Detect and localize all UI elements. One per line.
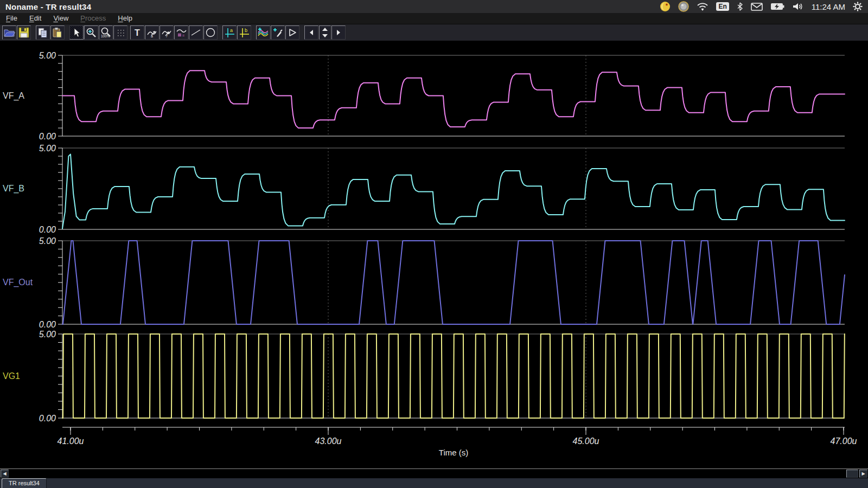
- export-curve-button[interactable]: a: [145, 25, 159, 40]
- grid-toggle-icon: [116, 28, 125, 37]
- run-button[interactable]: [285, 25, 299, 40]
- x-tick-label-43.00u: 43.00u: [315, 436, 342, 446]
- add-curves-button[interactable]: [256, 25, 270, 40]
- volume-icon[interactable]: [792, 1, 804, 12]
- step-left-button[interactable]: [304, 25, 318, 40]
- VF_A-channel-label: VF_A: [3, 91, 24, 101]
- axis-b-icon: b: [238, 27, 250, 38]
- curve-legend-button[interactable]: =: [174, 25, 188, 40]
- interval-spinner-button[interactable]: [319, 25, 331, 40]
- ellipse-tool-button[interactable]: [203, 25, 218, 40]
- waveform-plot[interactable]: 5.000.00VF_A5.000.00VF_B5.000.00VF_Out5.…: [0, 41, 868, 468]
- toolbar-separator: [31, 33, 36, 33]
- step-right-icon: [335, 29, 342, 36]
- zoom-in-icon: [86, 27, 97, 38]
- window-title: Noname - TR result34: [0, 2, 91, 11]
- diagram-canvas[interactable]: 5.000.00VF_A5.000.00VF_B5.000.00VF_Out5.…: [0, 41, 868, 468]
- text-tool-icon: T: [132, 28, 142, 37]
- zoom-in-button[interactable]: [84, 25, 98, 40]
- tab-tr-result34[interactable]: TR result34: [2, 478, 47, 488]
- svg-text:T: T: [135, 28, 140, 37]
- menu-help[interactable]: Help: [112, 13, 138, 24]
- scroll-left-button[interactable]: ◀: [1, 470, 9, 478]
- svg-text:100%: 100%: [101, 34, 110, 38]
- import-curve-button[interactable]: ?: [159, 25, 174, 40]
- step-right-button[interactable]: [331, 25, 346, 40]
- system-tray: En11:24 AM: [660, 0, 868, 13]
- x-tick-label-45.00u: 45.00u: [573, 436, 599, 446]
- VF_B-ymin-label: 0.00: [39, 225, 56, 234]
- open-file-icon: [3, 27, 15, 38]
- text-tool-button[interactable]: T: [130, 25, 144, 40]
- menu-file[interactable]: File: [0, 13, 23, 24]
- toolbar: 100%Ta?=ab: [0, 24, 868, 41]
- VF_A-curve: [62, 70, 845, 128]
- horizontal-scrollbar[interactable]: ◀ ▶: [0, 468, 868, 478]
- add-probe-icon: [272, 27, 283, 38]
- VF_B-ymax-label: 5.00: [39, 144, 56, 153]
- VG1-ymin-label: 0.00: [39, 414, 56, 423]
- bluetooth-icon[interactable]: [737, 1, 743, 12]
- add-curves-icon: [257, 27, 269, 38]
- menu-edit[interactable]: Edit: [23, 13, 47, 24]
- import-curve-icon: ?: [161, 27, 172, 38]
- toolbar-separator: [218, 33, 222, 33]
- app-sphere-icon[interactable]: [678, 1, 689, 12]
- scrollbar-thumb[interactable]: [846, 470, 858, 478]
- toolbar-separator: [65, 33, 69, 33]
- VF_Out-ymin-label: 0.00: [39, 320, 56, 329]
- app-yellow-icon[interactable]: [660, 1, 671, 12]
- open-file-button[interactable]: [2, 25, 16, 40]
- power-gear-icon[interactable]: [853, 1, 863, 12]
- battery-icon[interactable]: [770, 1, 784, 12]
- axis-a-button[interactable]: a: [222, 25, 237, 40]
- application-window: Noname - TR result34 En11:24 AM FileEdit…: [0, 0, 868, 488]
- menu-process[interactable]: Process: [74, 13, 112, 24]
- VF_B-curve: [62, 154, 845, 228]
- x-tick-label-47.00u: 47.00u: [831, 436, 857, 446]
- keyboard-layout-badge[interactable]: En: [716, 1, 729, 12]
- grid-toggle-button[interactable]: [113, 25, 127, 40]
- export-curve-icon: a: [146, 27, 157, 38]
- svg-text:=: =: [182, 34, 184, 37]
- VG1-ymax-label: 5.00: [39, 330, 56, 339]
- scroll-right-button[interactable]: ▶: [859, 470, 867, 478]
- zoom-out-100-button[interactable]: 100%: [99, 25, 113, 40]
- VF_B-channel-label: VF_B: [3, 184, 24, 194]
- zoom-out-100-icon: 100%: [100, 27, 111, 38]
- run-icon: [288, 28, 297, 37]
- copy-icon: [37, 27, 48, 38]
- paste-button[interactable]: [50, 25, 65, 40]
- copy-button[interactable]: [36, 25, 50, 40]
- cursor-tool-icon: [72, 28, 81, 37]
- VF_A-ymax-label: 5.00: [39, 51, 56, 60]
- paste-icon: [52, 27, 63, 38]
- curve-legend-icon: =: [176, 27, 187, 38]
- x-axis-title: Time (s): [439, 448, 468, 457]
- VG1-curve: [62, 334, 845, 418]
- step-left-icon: [308, 29, 315, 36]
- ellipse-tool-icon: [205, 27, 216, 38]
- toolbar-separator: [300, 33, 304, 33]
- axis-b-button[interactable]: b: [237, 25, 251, 40]
- line-tool-button[interactable]: [189, 25, 203, 40]
- clock-text: 11:24 AM: [812, 1, 845, 12]
- clock-label: 11:24 AM: [812, 2, 845, 11]
- interval-spinner-icon: [321, 27, 329, 38]
- VF_Out-channel-label: VF_Out: [3, 278, 33, 287]
- keyboard-layout-label: En: [716, 2, 729, 11]
- VF_A-ymin-label: 0.00: [39, 132, 56, 141]
- svg-text:a: a: [230, 28, 233, 33]
- VF_Out-ymax-label: 5.00: [39, 236, 56, 246]
- document-tab-bar: TR result34: [0, 478, 868, 488]
- VG1-channel-label: VG1: [3, 371, 20, 381]
- menu-bar: FileEditViewProcessHelp: [0, 13, 868, 24]
- save-file-button[interactable]: [17, 25, 31, 40]
- menu-view[interactable]: View: [47, 13, 74, 24]
- x-tick-label-41.00u: 41.00u: [58, 436, 84, 446]
- cursor-tool-button[interactable]: [69, 25, 84, 40]
- mail-icon[interactable]: [751, 1, 763, 12]
- wifi-icon[interactable]: [697, 1, 709, 12]
- svg-text:b: b: [245, 28, 247, 33]
- add-probe-button[interactable]: [271, 25, 285, 40]
